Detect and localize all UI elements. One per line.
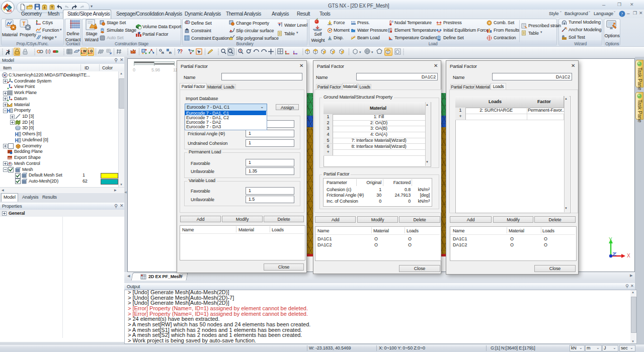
- svg-text:Y: Y: [609, 237, 612, 242]
- svg-text:?: ?: [180, 49, 183, 54]
- svg-text:T: T: [23, 21, 26, 27]
- svg-text:X: X: [627, 253, 630, 258]
- svg-text:W: W: [83, 49, 87, 53]
- svg-text:PNG: PNG: [8, 157, 13, 160]
- svg-text:NX: NX: [7, 9, 12, 13]
- svg-text:?: ?: [621, 12, 623, 17]
- svg-text:n: n: [169, 50, 172, 55]
- svg-text:G: G: [90, 49, 93, 53]
- svg-text:n: n: [162, 50, 164, 55]
- svg-text:C: C: [186, 21, 188, 24]
